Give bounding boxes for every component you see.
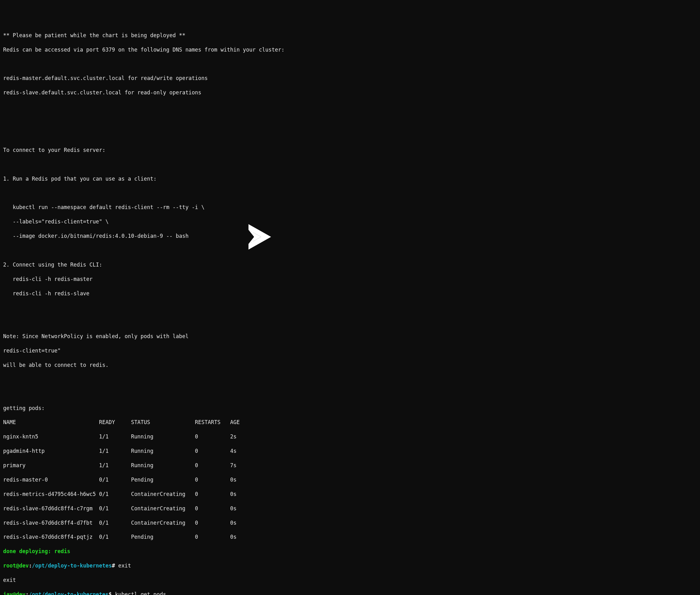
blank-line (3, 104, 697, 111)
output-line: redis-cli -h redis-slave (3, 290, 697, 297)
pods-table-row: nginx-kntn5 1/1 Running 0 2s (3, 433, 697, 440)
done-deploying-line: done deploying: redis (3, 548, 697, 555)
pods-table-row: redis-slave-67d6dc8ff4-pqtjz 0/1 Pending… (3, 533, 697, 541)
output-line: --image docker.io/bitnami/redis:4.0.10-d… (3, 232, 697, 240)
blank-line (3, 390, 697, 397)
getting-pods-header: getting pods: (3, 405, 697, 412)
prompt-at: @ (13, 591, 16, 595)
pods-table-row: redis-metrics-d4795c464-h6wc5 0/1 Contai… (3, 491, 697, 498)
output-line: will be able to connect to redis. (3, 362, 697, 369)
pods-table-row: redis-slave-67d6dc8ff4-c7rgm 0/1 Contain… (3, 505, 697, 512)
output-line: To connect to your Redis server: (3, 147, 697, 154)
prompt-host: dev (16, 591, 26, 595)
prompt-jay[interactable]: jay@dev:/opt/deploy-to-kubernetes$ kubec… (3, 591, 697, 595)
exit-echo: exit (3, 576, 697, 584)
prompt-colon: : (26, 591, 29, 595)
prompt-at: @ (16, 563, 19, 569)
blank-line (3, 247, 697, 254)
blank-line (3, 132, 697, 139)
prompt-path: /opt/deploy-to-kubernetes (29, 591, 109, 595)
blank-line (3, 118, 697, 125)
blank-line (3, 161, 697, 168)
output-line: ** Please be patient while the chart is … (3, 32, 697, 39)
pods-table-row: pgadmin4-http 1/1 Running 0 4s (3, 448, 697, 455)
prompt-command: kubectl get pods (112, 591, 166, 595)
prompt-path: /opt/deploy-to-kubernetes (32, 563, 112, 569)
output-line: Note: Since NetworkPolicy is enabled, on… (3, 333, 697, 340)
prompt-host: dev (19, 563, 29, 569)
prompt-user: root (3, 563, 16, 569)
output-line: 1. Run a Redis pod that you can use as a… (3, 175, 697, 182)
pods-table-row: redis-slave-67d6dc8ff4-d7fbt 0/1 Contain… (3, 519, 697, 527)
prompt-command: exit (115, 563, 131, 569)
blank-line (3, 304, 697, 311)
output-line: redis-slave.default.svc.cluster.local fo… (3, 89, 697, 96)
prompt-user: jay (3, 591, 13, 595)
blank-line (3, 189, 697, 197)
output-line: redis-master.default.svc.cluster.local f… (3, 75, 697, 82)
blank-line (3, 61, 697, 68)
output-line: --labels="redis-client=true" \ (3, 218, 697, 225)
output-line: redis-cli -h redis-master (3, 276, 697, 283)
blank-line (3, 318, 697, 325)
pods-table-row: redis-master-0 0/1 Pending 0 0s (3, 476, 697, 483)
prompt-symbol: $ (109, 591, 112, 595)
output-line: 2. Connect using the Redis CLI: (3, 261, 697, 268)
output-line: redis-client=true" (3, 347, 697, 355)
pods-table-header: NAME READY STATUS RESTARTS AGE (3, 419, 697, 426)
output-line: kubectl run --namespace default redis-cl… (3, 204, 697, 211)
blank-line (3, 376, 697, 383)
output-line: Redis can be accessed via port 6379 on t… (3, 46, 697, 53)
prompt-root[interactable]: root@dev:/opt/deploy-to-kubernetes# exit (3, 562, 697, 569)
prompt-colon: : (29, 563, 32, 569)
prompt-symbol: # (112, 563, 115, 569)
pods-table-row: primary 1/1 Running 0 7s (3, 462, 697, 469)
